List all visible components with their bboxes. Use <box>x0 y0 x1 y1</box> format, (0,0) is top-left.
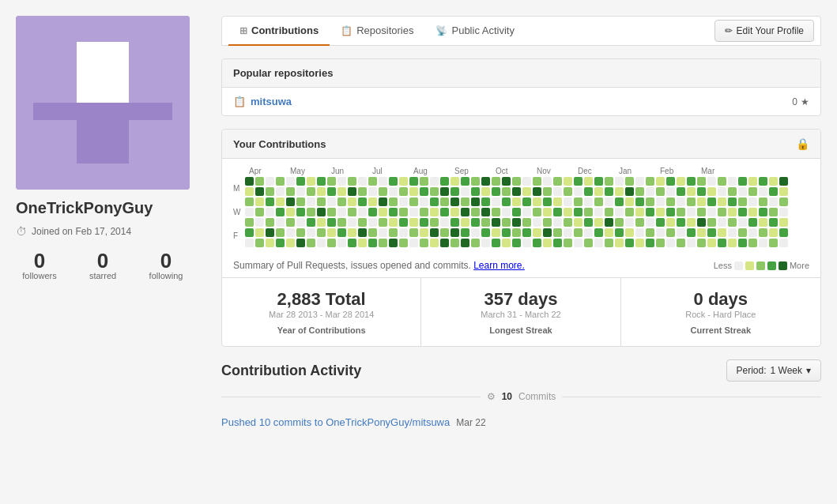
grid-cell[interactable] <box>451 187 459 196</box>
grid-cell[interactable] <box>327 228 336 237</box>
grid-cell[interactable] <box>533 228 541 237</box>
grid-cell[interactable] <box>533 239 541 247</box>
grid-cell[interactable] <box>276 218 285 227</box>
grid-cell[interactable] <box>748 228 757 237</box>
grid-cell[interactable] <box>748 187 757 196</box>
grid-cell[interactable] <box>564 177 572 186</box>
grid-cell[interactable] <box>461 187 469 196</box>
grid-cell[interactable] <box>327 187 336 196</box>
grid-cell[interactable] <box>266 208 274 216</box>
grid-cell[interactable] <box>543 177 552 186</box>
grid-cell[interactable] <box>779 197 788 206</box>
grid-cell[interactable] <box>646 228 654 237</box>
grid-cell[interactable] <box>348 197 356 206</box>
grid-cell[interactable] <box>266 239 274 247</box>
grid-cell[interactable] <box>738 197 747 206</box>
grid-cell[interactable] <box>677 228 685 237</box>
grid-cell[interactable] <box>533 177 541 186</box>
grid-cell[interactable] <box>748 218 757 227</box>
grid-cell[interactable] <box>553 218 562 227</box>
grid-cell[interactable] <box>656 177 665 186</box>
grid-cell[interactable] <box>399 197 408 206</box>
grid-cell[interactable] <box>728 197 737 206</box>
grid-cell[interactable] <box>440 228 449 237</box>
grid-cell[interactable] <box>707 208 716 216</box>
grid-cell[interactable] <box>471 239 480 247</box>
grid-cell[interactable] <box>718 218 726 227</box>
grid-cell[interactable] <box>327 177 336 186</box>
grid-cell[interactable] <box>656 187 665 196</box>
grid-cell[interactable] <box>255 218 264 227</box>
grid-cell[interactable] <box>738 177 747 186</box>
grid-cell[interactable] <box>389 208 398 216</box>
grid-cell[interactable] <box>779 177 788 186</box>
grid-cell[interactable] <box>245 228 254 237</box>
grid-cell[interactable] <box>687 197 696 206</box>
grid-cell[interactable] <box>728 177 737 186</box>
grid-cell[interactable] <box>440 187 449 196</box>
grid-cell[interactable] <box>543 187 552 196</box>
grid-cell[interactable] <box>666 228 675 237</box>
grid-cell[interactable] <box>646 197 654 206</box>
grid-cell[interactable] <box>389 197 398 206</box>
grid-cell[interactable] <box>574 187 583 196</box>
grid-cell[interactable] <box>718 239 726 247</box>
grid-cell[interactable] <box>522 197 531 206</box>
grid-cell[interactable] <box>358 218 367 227</box>
grid-cell[interactable] <box>533 218 541 227</box>
grid-cell[interactable] <box>389 187 398 196</box>
grid-cell[interactable] <box>368 239 377 247</box>
grid-cell[interactable] <box>266 218 274 227</box>
grid-cell[interactable] <box>266 187 274 196</box>
grid-cell[interactable] <box>615 197 624 206</box>
grid-cell[interactable] <box>728 187 737 196</box>
grid-cell[interactable] <box>707 218 716 227</box>
grid-cell[interactable] <box>779 239 788 247</box>
grid-cell[interactable] <box>420 197 428 206</box>
grid-cell[interactable] <box>625 239 634 247</box>
grid-cell[interactable] <box>615 228 624 237</box>
grid-cell[interactable] <box>471 197 480 206</box>
grid-cell[interactable] <box>687 239 696 247</box>
grid-cell[interactable] <box>389 218 398 227</box>
grid-cell[interactable] <box>286 187 295 196</box>
grid-cell[interactable] <box>512 239 521 247</box>
grid-cell[interactable] <box>399 177 408 186</box>
grid-cell[interactable] <box>738 228 747 237</box>
grid-cell[interactable] <box>337 197 346 206</box>
grid-cell[interactable] <box>533 187 541 196</box>
grid-cell[interactable] <box>420 177 428 186</box>
grid-cell[interactable] <box>337 187 346 196</box>
grid-cell[interactable] <box>379 239 387 247</box>
grid-cell[interactable] <box>317 228 326 237</box>
grid-cell[interactable] <box>440 208 449 216</box>
grid-cell[interactable] <box>687 218 696 227</box>
grid-cell[interactable] <box>635 187 644 196</box>
grid-cell[interactable] <box>759 208 767 216</box>
grid-cell[interactable] <box>389 177 398 186</box>
grid-cell[interactable] <box>635 218 644 227</box>
grid-cell[interactable] <box>307 187 315 196</box>
grid-cell[interactable] <box>461 239 469 247</box>
grid-cell[interactable] <box>440 177 449 186</box>
grid-cell[interactable] <box>430 208 439 216</box>
grid-cell[interactable] <box>420 228 428 237</box>
following-stat[interactable]: 0 following <box>142 250 190 280</box>
grid-cell[interactable] <box>368 177 377 186</box>
grid-cell[interactable] <box>481 218 490 227</box>
tab-public-activity[interactable]: 📡 Public Activity <box>424 17 525 46</box>
grid-cell[interactable] <box>687 177 696 186</box>
grid-cell[interactable] <box>430 228 439 237</box>
grid-cell[interactable] <box>564 239 572 247</box>
grid-cell[interactable] <box>348 218 356 227</box>
grid-cell[interactable] <box>759 177 767 186</box>
grid-cell[interactable] <box>522 187 531 196</box>
grid-cell[interactable] <box>533 208 541 216</box>
grid-cell[interactable] <box>471 228 480 237</box>
grid-cell[interactable] <box>358 187 367 196</box>
grid-cell[interactable] <box>492 218 500 227</box>
grid-cell[interactable] <box>697 187 706 196</box>
grid-cell[interactable] <box>276 239 285 247</box>
grid-cell[interactable] <box>522 218 531 227</box>
grid-cell[interactable] <box>553 239 562 247</box>
